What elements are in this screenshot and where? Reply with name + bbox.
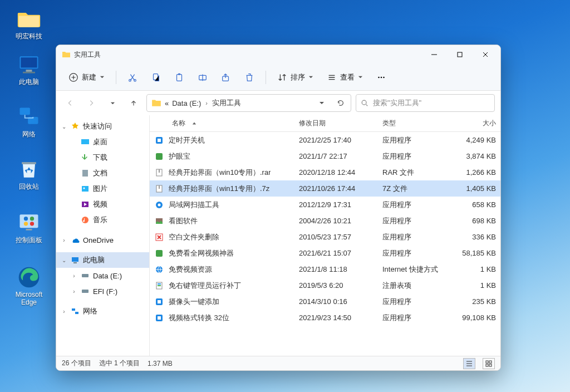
- file-row[interactable]: 经典开始界面（win10专用）.rar2020/12/18 12:44RAR 文…: [150, 164, 500, 180]
- address-bar[interactable]: « Data (E:) › 实用工具: [146, 94, 351, 112]
- file-type: 应用程序: [378, 135, 450, 145]
- svg-rect-50: [156, 250, 163, 257]
- sort-button[interactable]: 排序: [272, 68, 319, 87]
- rename-button[interactable]: [192, 68, 213, 87]
- up-button[interactable]: [125, 95, 142, 111]
- svg-rect-33: [72, 257, 78, 262]
- svg-point-24: [381, 76, 382, 78]
- toolbar: 新建 排序 查看: [56, 64, 500, 91]
- sidebar-desktop[interactable]: 桌面: [66, 134, 149, 150]
- file-row[interactable]: 免右键管理员运行补丁2019/5/3 6:20注册表项1 KB: [150, 277, 500, 293]
- file-row[interactable]: 免费视频资源2021/1/8 11:18Internet 快捷方式1 KB: [150, 261, 500, 277]
- selection-count: 选中 1 个项目: [99, 359, 140, 368]
- cut-button[interactable]: [122, 68, 143, 87]
- back-button[interactable]: [62, 95, 78, 111]
- more-button[interactable]: [371, 68, 392, 87]
- file-row[interactable]: 视频格式转换 32位2021/9/23 14:50应用程序99,108 KB: [150, 310, 500, 326]
- nav-row: « Data (E:) › 实用工具 搜索"实用工具": [56, 91, 500, 115]
- file-date: 2021/1/8 11:18: [294, 265, 378, 273]
- maximize-button[interactable]: [447, 46, 473, 63]
- svg-point-9: [30, 217, 34, 220]
- svg-rect-20: [178, 73, 180, 75]
- file-row[interactable]: 经典开始界面（win11专用）.7z2021/10/26 17:447Z 文件1…: [150, 180, 500, 197]
- file-row[interactable]: 局域网扫描工具2012/12/9 17:31应用程序658 KB: [150, 197, 500, 213]
- status-bar: 26 个项目 选中 1 个项目 1.37 MB: [56, 356, 500, 370]
- sidebar-music[interactable]: 音乐: [66, 212, 149, 228]
- forward-button[interactable]: [83, 95, 100, 111]
- desktop-icon-folder[interactable]: 明宏科技: [8, 6, 50, 40]
- sidebar-onedrive[interactable]: ›OneDrive: [56, 232, 149, 248]
- svg-rect-2: [26, 70, 32, 72]
- desktop-icon-recycle[interactable]: 回收站: [8, 156, 50, 190]
- file-name: 摄像头一键添加: [169, 297, 219, 307]
- new-button[interactable]: 新建: [63, 68, 110, 87]
- svg-rect-56: [158, 300, 161, 303]
- file-row[interactable]: 摄像头一键添加2014/3/10 0:16应用程序235 KB: [150, 293, 500, 310]
- recent-dropdown[interactable]: [104, 95, 121, 111]
- file-row[interactable]: 定时开关机2021/2/25 17:40应用程序4,249 KB: [150, 132, 500, 148]
- file-size: 3,874 KB: [450, 152, 500, 160]
- refresh-button[interactable]: [333, 95, 348, 111]
- file-date: 2021/10/26 17:44: [294, 184, 378, 193]
- svg-rect-12: [26, 229, 32, 231]
- folder-icon: [17, 7, 41, 31]
- file-name: 护眼宝: [169, 151, 190, 161]
- copy-button[interactable]: [145, 68, 166, 87]
- minimize-button[interactable]: [421, 46, 447, 63]
- file-row[interactable]: 护眼宝2021/1/7 22:17应用程序3,874 KB: [150, 148, 500, 164]
- file-date: 2021/2/25 17:40: [294, 136, 378, 144]
- file-size: 58,185 KB: [450, 249, 500, 257]
- paste-button[interactable]: [169, 68, 190, 87]
- sidebar: ⌄快速访问 桌面 下载 文档 图片 视频 音乐 ›OneDrive ⌄此电脑 ›…: [56, 115, 150, 356]
- file-date: 2010/5/23 17:57: [294, 233, 378, 241]
- svg-rect-62: [489, 364, 492, 366]
- close-button[interactable]: [473, 46, 498, 63]
- desktop-icon-thispc[interactable]: 此电脑: [8, 51, 50, 86]
- search-input[interactable]: 搜索"实用工具": [356, 94, 495, 112]
- file-type: 应用程序: [378, 232, 450, 242]
- sidebar-pictures[interactable]: 图片: [66, 181, 149, 197]
- file-row[interactable]: 免费看全网视频神器2021/6/21 15:07应用程序58,185 KB: [150, 245, 500, 261]
- desktop-icon-network[interactable]: 网络: [8, 104, 50, 138]
- svg-rect-58: [158, 316, 161, 320]
- file-list[interactable]: 定时开关机2021/2/25 17:40应用程序4,249 KB护眼宝2021/…: [150, 132, 500, 356]
- sidebar-videos[interactable]: 视频: [66, 197, 149, 212]
- sidebar-documents[interactable]: 文档: [66, 165, 149, 181]
- sidebar-downloads[interactable]: 下载: [66, 150, 149, 165]
- column-header[interactable]: 名称 修改日期 类型 大小: [150, 115, 500, 132]
- sidebar-network[interactable]: ›网络: [56, 303, 149, 319]
- svg-rect-7: [20, 214, 38, 228]
- svg-rect-59: [486, 361, 488, 363]
- svg-point-10: [24, 222, 28, 226]
- file-type: 应用程序: [378, 151, 450, 161]
- sidebar-thispc[interactable]: ⌄此电脑: [56, 252, 149, 268]
- file-row[interactable]: 空白文件夹删除2010/5/23 17:57应用程序336 KB: [150, 229, 500, 245]
- view-button[interactable]: 查看: [321, 68, 368, 87]
- window-title: 实用工具: [74, 50, 101, 60]
- share-button[interactable]: [215, 68, 237, 87]
- svg-rect-45: [159, 185, 160, 189]
- file-date: 2021/1/7 22:17: [294, 152, 378, 160]
- file-type: 应用程序: [378, 297, 450, 307]
- file-icon: [154, 216, 164, 226]
- folder-icon: [62, 50, 71, 59]
- chevron-right-icon[interactable]: ›: [204, 100, 209, 106]
- details-view-button[interactable]: [463, 358, 475, 369]
- address-dropdown[interactable]: [315, 99, 328, 107]
- svg-point-32: [82, 217, 89, 223]
- sidebar-drive-efi[interactable]: ›EFI (F:): [66, 283, 149, 299]
- delete-button[interactable]: [239, 68, 260, 87]
- file-icon: [154, 248, 164, 258]
- file-row[interactable]: 看图软件2004/2/26 10:21应用程序698 KB: [150, 213, 500, 229]
- svg-point-25: [383, 76, 385, 78]
- svg-rect-1: [21, 57, 37, 67]
- sidebar-drive-data[interactable]: ›Data (E:): [66, 268, 149, 283]
- file-icon: [154, 297, 164, 307]
- svg-rect-54: [158, 283, 161, 285]
- thumbnails-view-button[interactable]: [483, 358, 495, 369]
- svg-point-30: [83, 188, 85, 189]
- desktop-icon-control[interactable]: 控制面板: [8, 209, 50, 244]
- file-name: 免费看全网视频神器: [169, 248, 234, 258]
- desktop-icon-edge[interactable]: Microsoft Edge: [8, 264, 50, 306]
- sidebar-quick-access[interactable]: ⌄快速访问: [56, 119, 149, 134]
